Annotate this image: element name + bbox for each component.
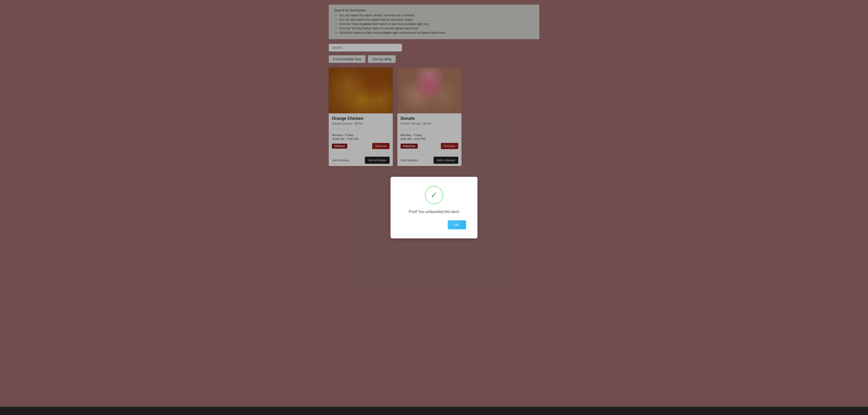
modal-checkmark-circle: ✓ (425, 186, 443, 204)
modal-overlay[interactable]: ✓ Poof! You unfavorited this item! OK (0, 0, 868, 415)
modal-box: ✓ Poof! You unfavorited this item! OK (391, 177, 477, 238)
modal-ok-button[interactable]: OK (448, 220, 466, 229)
modal-message: Poof! You unfavorited this item! (409, 210, 459, 214)
checkmark-icon: ✓ (431, 191, 437, 199)
